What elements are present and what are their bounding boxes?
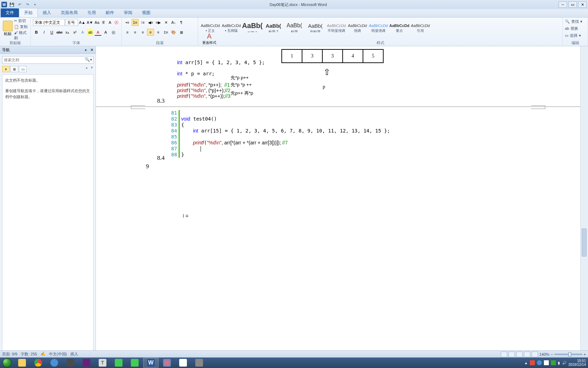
- font-size-combo[interactable]: 五号: [65, 19, 78, 26]
- search-input[interactable]: [2, 56, 93, 64]
- format-painter-button[interactable]: 🖌 格式刷: [14, 30, 28, 41]
- grow-font-button[interactable]: A▲: [79, 19, 86, 26]
- font-name-combo[interactable]: 宋体 (中文正文: [33, 19, 65, 26]
- undo-icon[interactable]: ↶: [17, 2, 22, 7]
- text-effects-button[interactable]: A: [79, 29, 86, 36]
- tab-file[interactable]: 文件: [1, 8, 19, 17]
- style-nospacing[interactable]: AaBbCcDd• 无间隔: [221, 19, 241, 32]
- tab-insert[interactable]: 插入: [38, 8, 56, 17]
- view-fullscreen[interactable]: [509, 352, 515, 357]
- taskbar-qt1[interactable]: [111, 358, 126, 368]
- tray-security-icon[interactable]: [537, 360, 542, 365]
- view-outline[interactable]: [524, 352, 530, 357]
- view-web[interactable]: [516, 352, 523, 357]
- status-page[interactable]: 页面: 9/9: [2, 352, 17, 357]
- change-case-button[interactable]: Aa: [94, 19, 100, 26]
- increase-indent-button[interactable]: ≡▶: [155, 19, 162, 26]
- align-left-button[interactable]: ≡: [124, 29, 131, 36]
- clear-format-button[interactable]: Ⓐ: [113, 19, 119, 26]
- status-wordcount[interactable]: 字数: 255: [21, 352, 37, 357]
- taskbar-qt2[interactable]: [127, 358, 142, 368]
- tray-icon1[interactable]: [544, 360, 549, 365]
- style-subtitle[interactable]: AaBb(副标题: [305, 19, 326, 32]
- strikethrough-button[interactable]: abc: [56, 29, 63, 36]
- superscript-button[interactable]: x²: [71, 29, 78, 36]
- paste-button[interactable]: 粘贴: [2, 18, 13, 39]
- taskbar-app4[interactable]: [191, 358, 207, 368]
- highlight-button[interactable]: ab: [87, 29, 94, 36]
- zoom-slider[interactable]: [554, 354, 582, 355]
- copy-button[interactable]: 📋 复制: [14, 24, 28, 29]
- line-spacing-button[interactable]: ‡≡: [162, 29, 169, 36]
- close-button[interactable]: ✕: [578, 1, 587, 8]
- nav-tab-headings[interactable]: ≡: [2, 66, 10, 72]
- taskbar-word[interactable]: W: [143, 358, 159, 368]
- cut-button[interactable]: ✂ 剪切: [14, 18, 28, 23]
- multilevel-list-button[interactable]: ⁝≡: [139, 19, 146, 26]
- tray-network-icon[interactable]: ▮: [558, 361, 560, 365]
- underline-button[interactable]: U: [48, 29, 55, 36]
- distribute-button[interactable]: ≡: [155, 29, 162, 36]
- bullet-list-button[interactable]: •≡: [124, 19, 131, 26]
- style-title[interactable]: AaBb(标题: [284, 19, 304, 32]
- tab-mailings[interactable]: 邮件: [101, 8, 119, 17]
- find-button[interactable]: 🔍 查找 ▾: [565, 18, 586, 25]
- select-button[interactable]: ▭ 选择 ▾: [565, 32, 586, 39]
- tab-review[interactable]: 审阅: [119, 8, 137, 17]
- style-subtle-emph[interactable]: AaBbCcDd不明显强调: [326, 19, 346, 32]
- number-list-button[interactable]: 1≡: [132, 19, 139, 26]
- scrollbar-thumb[interactable]: [582, 229, 587, 257]
- italic-button[interactable]: I: [41, 29, 48, 36]
- status-proofing-icon[interactable]: ✍: [41, 352, 46, 357]
- font-color-button[interactable]: A: [94, 29, 102, 36]
- style-heading1[interactable]: AaBb(标题 1: [242, 19, 262, 32]
- minimize-button[interactable]: ─: [559, 1, 567, 8]
- style-quote[interactable]: AaBbCcDd引用: [410, 19, 430, 32]
- start-button[interactable]: [0, 357, 14, 368]
- style-heading2[interactable]: AaBb(标题 2: [263, 19, 284, 32]
- char-border-button[interactable]: A: [107, 19, 113, 26]
- char-shading-button[interactable]: A: [102, 29, 109, 36]
- bold-button[interactable]: B: [33, 29, 40, 36]
- taskbar-chrome[interactable]: [30, 358, 46, 368]
- align-center-button[interactable]: ≡: [132, 29, 139, 36]
- style-gallery[interactable]: AaBbCcDd• 正文 AaBbCcDd• 无间隔 AaBb(标题 1 AaB…: [200, 19, 430, 32]
- tray-input-icon[interactable]: [530, 360, 535, 365]
- nav-tab-results[interactable]: ▭: [19, 66, 27, 72]
- shading-button[interactable]: 🎨: [170, 29, 177, 36]
- restore-button[interactable]: ▭: [568, 1, 577, 8]
- search-icon[interactable]: 🔍▾: [85, 57, 92, 62]
- view-draft[interactable]: [532, 352, 538, 357]
- status-language[interactable]: 中文(中国): [49, 352, 67, 357]
- shrink-font-button[interactable]: A▼: [86, 19, 93, 26]
- show-marks-button[interactable]: ¶: [178, 19, 185, 26]
- tab-layout[interactable]: 页面布局: [56, 8, 83, 17]
- tray-volume-icon[interactable]: 🔊: [562, 361, 566, 365]
- taskbar-sublime[interactable]: [63, 358, 78, 368]
- view-print-layout[interactable]: [501, 352, 507, 357]
- tab-view[interactable]: 视图: [137, 8, 155, 17]
- sort-button[interactable]: A↓: [170, 19, 177, 26]
- redo-icon[interactable]: ↷: [24, 2, 30, 7]
- tray-clock[interactable]: 15:51 2019/12/14: [568, 359, 586, 367]
- decrease-indent-button[interactable]: ◀≡: [147, 19, 154, 26]
- zoom-in-button[interactable]: +: [584, 352, 586, 356]
- tab-home[interactable]: 开始: [19, 8, 38, 17]
- nav-dropdown-icon[interactable]: ▼: [84, 49, 87, 52]
- zoom-level[interactable]: 140%: [539, 352, 549, 356]
- asian-layout-button[interactable]: ✕: [162, 19, 169, 26]
- taskbar-app2[interactable]: T: [95, 358, 110, 368]
- subscript-button[interactable]: x₂: [64, 29, 71, 36]
- nav-prev-icon[interactable]: ▲: [85, 66, 88, 72]
- nav-tab-pages[interactable]: ⊞: [10, 66, 18, 72]
- style-normal[interactable]: AaBbCcDd• 正文: [200, 19, 220, 32]
- taskbar-explorer[interactable]: [14, 358, 30, 368]
- nav-close-icon[interactable]: ✕: [90, 48, 93, 52]
- taskbar-app3[interactable]: [159, 358, 175, 368]
- document-area[interactable]: int arr[5] = { 1, 2, 3, 4, 5 }; int * p …: [96, 46, 580, 355]
- tab-references[interactable]: 引用: [83, 8, 101, 17]
- zoom-out-button[interactable]: −: [551, 352, 553, 356]
- phonetic-guide-button[interactable]: 变: [100, 19, 106, 26]
- borders-button[interactable]: ⊞: [178, 29, 185, 36]
- status-mode[interactable]: 插入: [70, 352, 78, 357]
